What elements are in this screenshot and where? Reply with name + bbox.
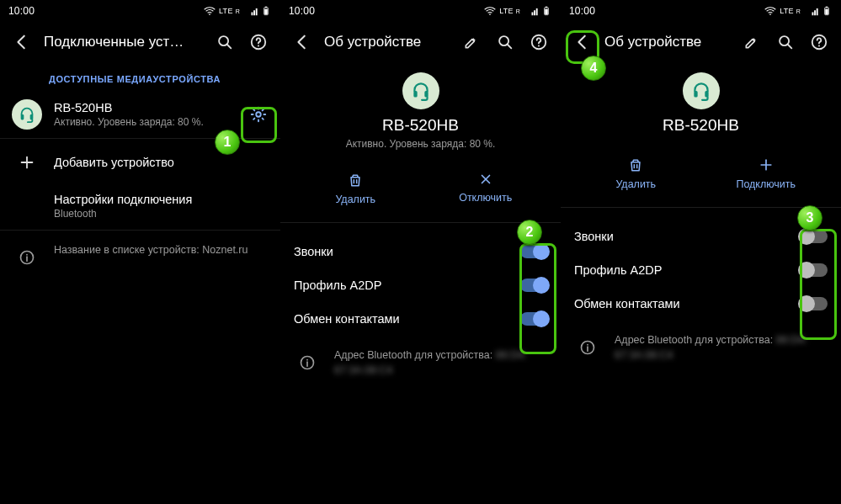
toggle-a2dp[interactable] (520, 279, 547, 292)
footer-row: Адрес Bluetooth для устройства: 88:D4:67… (561, 321, 841, 368)
device-name: RB-520HB (54, 101, 232, 114)
back-icon (293, 33, 311, 51)
help-icon (249, 33, 268, 51)
pencil-icon (463, 34, 480, 50)
device-header: RB-520HB Активно. Уровень заряда: 80 %. (280, 62, 561, 162)
page-title: Об устройстве (321, 34, 453, 50)
info-icon (12, 242, 42, 273)
page-title: Подключенные уст… (40, 34, 206, 50)
help-icon (530, 33, 548, 51)
headset-icon (402, 72, 439, 109)
headset-icon (683, 72, 720, 109)
trash-icon (627, 157, 644, 173)
status-time: 10:00 (8, 5, 35, 17)
status-bar: 10:00 LTER (0, 0, 280, 22)
help-button[interactable] (804, 27, 834, 57)
toolbar: Об устройстве (561, 22, 841, 62)
info-icon (292, 347, 322, 378)
add-device-label: Добавить устройство (54, 156, 274, 169)
status-icons: LTER (483, 3, 552, 19)
connection-prefs-row[interactable]: Настройки подключения Bluetooth (0, 186, 280, 230)
help-button[interactable] (524, 27, 554, 57)
toggle-calls[interactable] (801, 230, 828, 243)
panel-device-detail-connected: 10:00 LTER Об устройстве RB-520HB Активн… (280, 0, 561, 504)
footer-text: Название в списке устройств: Noznet.ru (54, 242, 248, 273)
back-icon (573, 33, 592, 51)
step-badge-4: 4 (581, 56, 606, 81)
back-button[interactable] (567, 27, 598, 57)
footer-text: Адрес Bluetooth для устройства: 88:D4:67… (615, 332, 807, 363)
page-title: Об устройстве (601, 34, 733, 50)
toggle-contacts[interactable] (520, 312, 547, 326)
device-settings-button[interactable] (243, 99, 274, 130)
setting-a2dp[interactable]: Профиль A2DP (280, 268, 561, 302)
pencil-icon (743, 34, 760, 50)
toolbar: Об устройстве (280, 22, 561, 62)
status-time: 10:00 (569, 5, 595, 17)
actions-row: Удалить Подключить (561, 146, 841, 208)
panel-device-detail-disconnected: 10:00 LTER Об устройстве RB-520HB Удалит… (561, 0, 841, 504)
search-icon (496, 33, 514, 51)
search-icon (216, 33, 234, 51)
toggle-contacts[interactable] (801, 297, 828, 310)
footer-row: Адрес Bluetooth для устройства: 88:D4:67… (280, 336, 561, 383)
status-bar: 10:00 LTER (561, 0, 841, 22)
delete-button[interactable]: Удалить (571, 151, 701, 195)
connection-prefs-sub: Bluetooth (54, 208, 274, 220)
delete-button[interactable]: Удалить (290, 167, 421, 210)
toggle-calls[interactable] (520, 245, 547, 258)
status-bar: 10:00 LTER (280, 0, 561, 22)
plus-icon (12, 147, 42, 178)
setting-contacts[interactable]: Обмен контактами (561, 287, 841, 321)
device-name: RB-520HB (280, 116, 561, 135)
headset-icon (12, 99, 42, 130)
status-icons: LTER (203, 3, 272, 19)
back-icon (13, 33, 31, 51)
setting-a2dp[interactable]: Профиль A2DP (561, 253, 841, 287)
info-icon (572, 332, 603, 363)
panel-connected-devices: 10:00 LTER Подключенные уст… ДОСТУПНЫЕ М… (0, 0, 280, 504)
footer-text: Адрес Bluetooth для устройства: 88:D4:67… (334, 347, 527, 378)
search-button[interactable] (770, 27, 801, 57)
section-available-media: ДОСТУПНЫЕ МЕДИАУСТРОЙСТВА (0, 62, 280, 91)
step-badge-1: 1 (215, 130, 240, 155)
connection-prefs-label: Настройки подключения (54, 193, 274, 206)
gear-icon (249, 105, 268, 124)
search-button[interactable] (210, 27, 240, 57)
connect-button[interactable]: Подключить (701, 151, 832, 195)
device-name: RB-520HB (561, 116, 841, 135)
step-badge-2: 2 (517, 220, 542, 245)
trash-icon (347, 172, 364, 188)
edit-button[interactable] (737, 27, 767, 57)
actions-row: Удалить Отключить (280, 162, 561, 223)
step-badge-3: 3 (797, 205, 822, 231)
footer-row: Название в списке устройств: Noznet.ru (0, 231, 280, 278)
help-button[interactable] (243, 27, 274, 57)
status-icons: LTER (764, 3, 833, 19)
search-icon (776, 33, 795, 51)
plus-icon (758, 157, 774, 173)
back-button[interactable] (7, 27, 37, 57)
status-time: 10:00 (289, 5, 315, 17)
device-status: Активно. Уровень заряда: 80 %. (280, 138, 561, 150)
toolbar: Подключенные уст… (0, 22, 280, 62)
disconnect-button[interactable]: Отключить (421, 167, 551, 210)
close-icon (478, 172, 493, 187)
help-icon (810, 33, 828, 51)
toggle-a2dp[interactable] (801, 263, 828, 277)
setting-contacts[interactable]: Обмен контактами (280, 302, 561, 336)
back-button[interactable] (287, 27, 317, 57)
device-row[interactable]: RB-520HB Активно. Уровень заряда: 80 %. (0, 91, 280, 138)
edit-button[interactable] (456, 27, 487, 57)
search-button[interactable] (490, 27, 520, 57)
device-status: Активно. Уровень заряда: 80 %. (54, 116, 232, 128)
